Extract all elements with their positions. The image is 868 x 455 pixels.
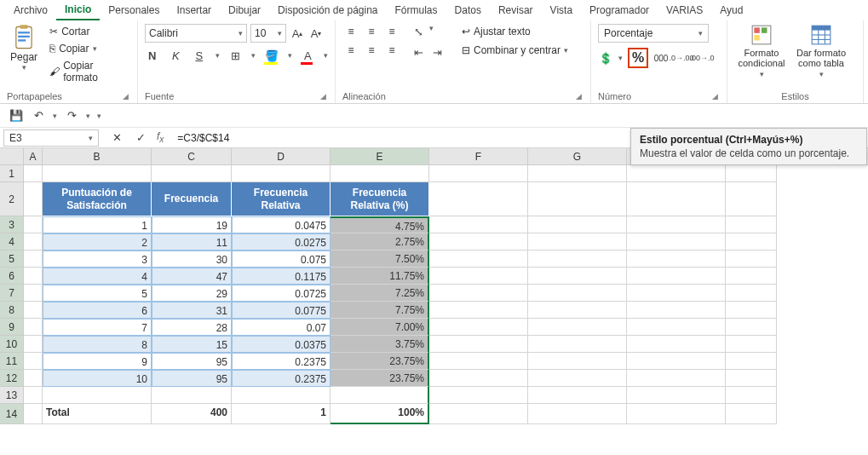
total-e[interactable]: 100% [331, 404, 429, 424]
th-e[interactable]: Frecuencia Relativa (%) [331, 182, 429, 216]
decrease-font-button[interactable]: A▾ [308, 26, 324, 41]
align-center-button[interactable]: ≡ [363, 43, 380, 58]
cell[interactable] [429, 165, 528, 182]
dialog-launcher-icon[interactable]: ◢ [121, 92, 130, 101]
cell[interactable] [429, 387, 528, 404]
row-header[interactable]: 2 [0, 182, 24, 216]
cell-d[interactable]: 0.0275 [232, 233, 331, 251]
cell[interactable] [528, 336, 627, 353]
cell[interactable] [24, 370, 43, 387]
cell[interactable] [429, 216, 528, 233]
row-header[interactable]: 1 [0, 165, 24, 182]
cell[interactable] [24, 353, 43, 370]
cell-c[interactable]: 28 [152, 319, 232, 336]
conditional-format-button[interactable]: Formato condicional▾ [734, 24, 789, 78]
cell[interactable] [331, 387, 429, 404]
col-header-b[interactable]: B [43, 148, 152, 164]
tab-formulas[interactable]: Fórmulas [387, 1, 446, 20]
row-header[interactable]: 9 [0, 319, 24, 336]
wrap-text-button[interactable]: ↩Ajustar texto [458, 24, 572, 39]
cell[interactable] [429, 182, 528, 216]
cell[interactable] [24, 216, 43, 233]
col-header-g[interactable]: G [528, 148, 627, 164]
cell[interactable] [528, 233, 627, 251]
copy-button[interactable]: ⎘Copiar▾ [46, 41, 130, 56]
bold-button[interactable]: N [145, 48, 160, 63]
total-c[interactable]: 400 [152, 404, 232, 424]
cell-e[interactable]: 4.75% [331, 216, 429, 233]
tab-insertar[interactable]: Insertar [168, 1, 220, 20]
cell-b[interactable]: 3 [43, 251, 152, 268]
cell-e[interactable]: 3.75% [331, 336, 429, 353]
cut-button[interactable]: ✂Cortar [46, 24, 130, 39]
cell[interactable] [528, 387, 627, 404]
cell[interactable] [232, 165, 331, 182]
cell[interactable] [24, 251, 43, 268]
dialog-launcher-icon[interactable]: ◢ [710, 92, 720, 101]
tab-programador[interactable]: Programador [581, 1, 658, 20]
italic-button[interactable]: K [169, 48, 184, 63]
dialog-launcher-icon[interactable]: ◢ [574, 92, 583, 101]
cell[interactable] [627, 387, 726, 404]
cell-c[interactable]: 29 [152, 285, 232, 302]
redo-button[interactable]: ↷ [64, 108, 79, 124]
th-d[interactable]: Frecuencia Relativa [232, 182, 331, 216]
total-d[interactable]: 1 [232, 404, 331, 424]
font-color-button[interactable]: A [301, 48, 316, 63]
cell[interactable] [152, 387, 232, 404]
col-header-e[interactable]: E [331, 148, 429, 164]
cell-d[interactable]: 0.0475 [232, 216, 331, 233]
increase-font-button[interactable]: A▴ [290, 26, 305, 41]
cell[interactable] [726, 302, 777, 319]
cell[interactable] [429, 370, 528, 387]
cell[interactable] [627, 285, 726, 302]
cell[interactable] [24, 336, 43, 353]
tab-dibujar[interactable]: Dibujar [220, 1, 269, 20]
row-header[interactable]: 7 [0, 285, 24, 302]
paste-button[interactable]: Pegar ▾ [7, 24, 41, 72]
cell[interactable] [528, 216, 627, 233]
cell[interactable] [528, 285, 627, 302]
row-header[interactable]: 14 [0, 404, 24, 424]
row-header[interactable]: 4 [0, 233, 24, 251]
cell[interactable] [627, 216, 726, 233]
cell[interactable] [627, 233, 726, 251]
cell[interactable] [726, 165, 777, 182]
cell[interactable] [627, 404, 726, 424]
tab-vista[interactable]: Vista [542, 1, 581, 20]
cell[interactable] [152, 165, 232, 182]
cell[interactable] [627, 268, 726, 285]
cell-b[interactable]: 7 [43, 319, 152, 336]
cell-d[interactable]: 0.075 [232, 251, 331, 268]
tab-datos[interactable]: Datos [446, 1, 490, 20]
accept-formula-button[interactable]: ✓ [133, 130, 148, 146]
cell[interactable] [726, 336, 777, 353]
cell-c[interactable]: 30 [152, 251, 232, 268]
align-right-button[interactable]: ≡ [383, 43, 400, 58]
cell[interactable] [627, 319, 726, 336]
cell-d[interactable]: 0.2375 [232, 353, 331, 370]
cell-b[interactable]: 1 [43, 216, 152, 233]
col-header-f[interactable]: F [429, 148, 528, 164]
row-header[interactable]: 10 [0, 336, 24, 353]
percent-style-button[interactable]: % [628, 48, 648, 68]
tab-inicio[interactable]: Inicio [56, 0, 100, 20]
cell-b[interactable]: 4 [43, 268, 152, 285]
cell-b[interactable]: 9 [43, 353, 152, 370]
cell[interactable] [24, 319, 43, 336]
increase-indent-button[interactable]: ⇥ [429, 44, 445, 60]
cell[interactable] [627, 182, 726, 216]
cell-b[interactable]: 6 [43, 302, 152, 319]
row-header[interactable]: 5 [0, 251, 24, 268]
cell[interactable] [429, 319, 528, 336]
row-header[interactable]: 13 [0, 387, 24, 404]
tab-revisar[interactable]: Revisar [490, 1, 542, 20]
format-as-table-button[interactable]: Dar formato como tabla▾ [794, 24, 848, 78]
cell[interactable] [726, 353, 777, 370]
underline-button[interactable]: S [192, 48, 207, 63]
cell[interactable] [24, 182, 43, 216]
tab-ayuda[interactable]: Ayud [711, 1, 751, 20]
cell-e[interactable]: 7.00% [331, 319, 429, 336]
cell[interactable] [429, 353, 528, 370]
row-header[interactable]: 12 [0, 370, 24, 387]
